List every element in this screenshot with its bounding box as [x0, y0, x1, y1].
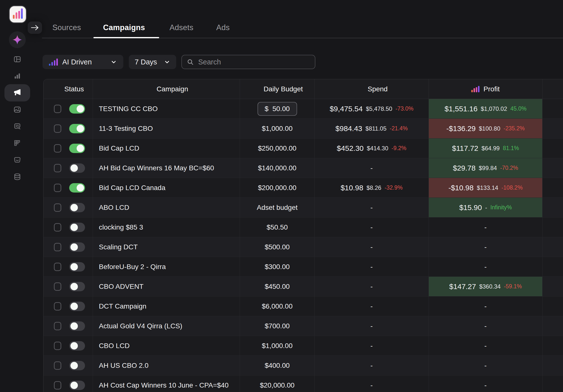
status-toggle[interactable]	[69, 361, 85, 370]
daily-budget-value[interactable]: $140,000.00	[258, 164, 297, 172]
status-toggle[interactable]	[69, 242, 85, 252]
row-checkbox[interactable]	[54, 381, 61, 390]
daily-budget-value[interactable]: $250,000.00	[258, 144, 297, 152]
sidebar-item-research[interactable]	[4, 118, 30, 135]
column-header-campaign[interactable]: ∞ Campaign	[93, 79, 240, 99]
table-row: TESTING CC CBO$50.00$9,475.54$5,478.50-7…	[43, 99, 563, 119]
daily-budget-value[interactable]: $500.00	[265, 243, 290, 251]
extra-cell	[542, 336, 563, 355]
profit-percent-change: -70.2%	[500, 165, 518, 171]
status-toggle[interactable]	[69, 262, 85, 272]
status-toggle[interactable]	[69, 203, 85, 212]
campaign-name[interactable]: TESTING CC CBO	[99, 105, 158, 113]
campaign-name[interactable]: Bid Cap LCD	[99, 144, 139, 152]
row-checkbox[interactable]	[54, 361, 61, 370]
column-header-profit[interactable]: Profit	[429, 79, 542, 99]
status-toggle[interactable]	[69, 124, 85, 133]
status-toggle[interactable]	[69, 163, 85, 173]
search-input[interactable]	[198, 58, 310, 66]
app-logo[interactable]	[9, 5, 27, 23]
sidebar-item-campaigns[interactable]	[4, 84, 30, 101]
daily-budget-value[interactable]: $400.00	[265, 362, 290, 370]
tab-campaigns[interactable]: Campaigns	[103, 23, 145, 32]
column-label: Status	[64, 85, 84, 93]
optimization-dropdown[interactable]: AI Driven	[43, 55, 123, 69]
campaign-name[interactable]: CBO LCD	[99, 342, 130, 350]
status-toggle[interactable]	[69, 183, 85, 193]
daily-budget-value[interactable]: $200,000.00	[258, 184, 297, 192]
status-toggle[interactable]	[69, 144, 85, 153]
status-toggle[interactable]	[69, 341, 85, 351]
sidebar-item-analytics[interactable]	[4, 67, 30, 85]
daily-budget-value[interactable]: $450.00	[265, 283, 290, 291]
daily-budget-input[interactable]: $50.00	[258, 102, 297, 116]
campaign-name[interactable]: DCT Campaign	[99, 302, 146, 310]
daily-budget-value[interactable]: $6,000.00	[262, 302, 293, 310]
sidebar-item-creatives[interactable]	[4, 101, 30, 118]
row-checkbox[interactable]	[54, 105, 61, 113]
daily-budget-value[interactable]: $20,000.00	[260, 381, 294, 389]
campaign-name[interactable]: CBO ADVENT	[99, 283, 143, 291]
column-header-status[interactable]: ∞ Status	[43, 79, 93, 99]
row-checkbox[interactable]	[54, 164, 61, 172]
campaign-name[interactable]: Scaling DCT	[99, 243, 138, 251]
campaign-name[interactable]: clocking $85 3	[99, 223, 143, 231]
campaign-name[interactable]: Bid Cap LCD Canada	[99, 184, 165, 192]
table-body: TESTING CC CBO$50.00$9,475.54$5,478.50-7…	[43, 99, 563, 392]
row-checkbox[interactable]	[54, 322, 61, 330]
daily-budget-value[interactable]: $1,000.00	[262, 125, 293, 133]
row-checkbox[interactable]	[54, 144, 61, 153]
spend-cell: -	[315, 158, 429, 178]
date-range-dropdown[interactable]: 7 Days	[129, 55, 176, 69]
status-toggle[interactable]	[69, 104, 85, 114]
status-toggle[interactable]	[69, 282, 85, 291]
logo-bar-icon	[21, 8, 23, 19]
status-toggle[interactable]	[69, 321, 85, 331]
spend-main-value: $984.43	[335, 124, 362, 133]
profit-percent-change: 81.1%	[503, 145, 519, 152]
row-checkbox[interactable]	[54, 282, 61, 291]
row-checkbox[interactable]	[54, 124, 61, 133]
row-checkbox[interactable]	[54, 302, 61, 311]
profit-secondary-value: $100.80	[479, 125, 500, 132]
campaign-name[interactable]: 11-3 Testing CBO	[99, 125, 153, 133]
row-checkbox[interactable]	[54, 243, 61, 251]
row-checkbox[interactable]	[54, 342, 61, 350]
sidebar-item-dashboard[interactable]	[4, 51, 30, 68]
campaign-name[interactable]: AH Bid Cap Winners 16 May BC=$60	[99, 164, 214, 172]
row-checkbox[interactable]	[54, 184, 61, 192]
sidebar-item-pixels[interactable]	[4, 135, 30, 152]
extra-cell	[542, 99, 563, 118]
campaign-name[interactable]: Actual Gold V4 Qirra (LCS)	[99, 322, 182, 330]
toggle-knob	[77, 105, 84, 113]
tab-ads[interactable]: Ads	[216, 23, 230, 32]
column-header-spend[interactable]: ∞ Spend	[315, 79, 429, 99]
row-checkbox[interactable]	[54, 203, 61, 212]
sidebar-item-database[interactable]	[4, 168, 30, 185]
row-checkbox[interactable]	[54, 223, 61, 232]
toggle-knob	[70, 322, 78, 330]
campaign-name[interactable]: BeforeU-Buy 2 - Qirra	[99, 263, 166, 271]
tab-sources[interactable]: Sources	[52, 23, 81, 32]
row-checkbox[interactable]	[54, 263, 61, 271]
daily-budget-value[interactable]: $1,000.00	[262, 342, 293, 350]
daily-budget-value[interactable]: $700.00	[265, 322, 290, 330]
spend-cell: -	[315, 336, 429, 355]
campaign-cell: AH Cost Cap Winners 10 June - CPA=$40	[93, 375, 240, 392]
campaign-name[interactable]: AH US CBO 2.0	[99, 362, 149, 370]
column-header-daily-budget[interactable]: ∞ Daily Budget	[240, 79, 315, 99]
daily-budget-value[interactable]: $50.50	[267, 223, 288, 231]
status-toggle[interactable]	[69, 302, 85, 311]
campaign-name[interactable]: ABO LCD	[99, 204, 129, 212]
ai-assistant-button[interactable]	[9, 31, 26, 48]
active-tab-underline	[93, 37, 159, 38]
status-toggle[interactable]	[69, 381, 85, 390]
status-toggle[interactable]	[69, 223, 85, 232]
tab-adsets[interactable]: Adsets	[170, 23, 194, 32]
campaign-name[interactable]: AH Cost Cap Winners 10 June - CPA=$40	[99, 381, 229, 389]
campaign-cell: TESTING CC CBO	[93, 99, 240, 118]
daily-budget-value[interactable]: $300.00	[265, 263, 290, 271]
sidebar-item-inbox[interactable]	[4, 151, 30, 169]
daily-budget-value[interactable]: Adset budget	[257, 204, 298, 212]
sidebar-expand-button[interactable]	[28, 21, 42, 34]
